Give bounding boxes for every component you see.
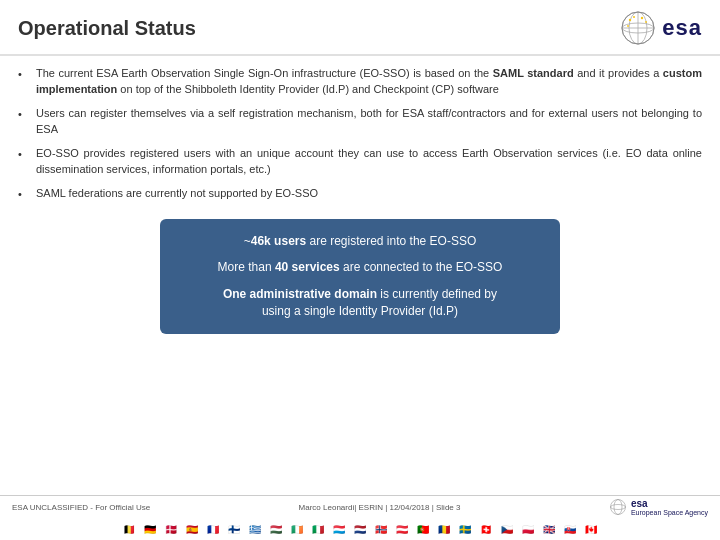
header: Operational Status esa bbox=[0, 0, 720, 56]
flag-item: 🇳🇴 bbox=[372, 523, 390, 535]
svg-point-9 bbox=[645, 21, 647, 23]
esa-logo: esa bbox=[620, 10, 702, 46]
info-domain-bold: One administrative domain bbox=[223, 287, 377, 301]
author-info: Marco Leonardi| ESRIN | 12/04/2018 | Sli… bbox=[299, 503, 461, 512]
flag-item: 🇨🇦 bbox=[582, 523, 600, 535]
flag-item: 🇫🇮 bbox=[225, 523, 243, 535]
flag-item: 🇩🇪 bbox=[141, 523, 159, 535]
classification-label: ESA UNCLASSIFIED - For Official Use bbox=[12, 503, 150, 512]
flag-item: 🇷🇴 bbox=[435, 523, 453, 535]
info-line-2: More than 40 services are connected to t… bbox=[190, 259, 530, 276]
svg-point-13 bbox=[610, 505, 625, 510]
footer: ESA UNCLASSIFIED - For Official Use Marc… bbox=[0, 495, 720, 540]
flag-item: 🇧🇪 bbox=[120, 523, 138, 535]
bullet-icon-4: • bbox=[18, 187, 32, 203]
flag-item: 🇮🇹 bbox=[309, 523, 327, 535]
esa-globe-icon bbox=[620, 10, 656, 46]
bullet-icon-2: • bbox=[18, 107, 32, 123]
bullet-text-2: Users can register themselves via a self… bbox=[36, 106, 702, 138]
footer-text-row: ESA UNCLASSIFIED - For Official Use Marc… bbox=[0, 496, 720, 518]
flag-item: 🇦🇹 bbox=[393, 523, 411, 535]
flag-item: 🇸🇪 bbox=[456, 523, 474, 535]
flag-item: 🇩🇰 bbox=[162, 523, 180, 535]
bullet-text-1: The current ESA Earth Observation Single… bbox=[36, 66, 702, 98]
flag-item: 🇫🇷 bbox=[204, 523, 222, 535]
info-line-3: One administrative domain is currently d… bbox=[190, 286, 530, 320]
svg-point-12 bbox=[614, 500, 622, 515]
svg-point-8 bbox=[641, 17, 643, 19]
esa-wordmark: esa bbox=[662, 15, 702, 41]
flag-item: 🇨🇭 bbox=[477, 523, 495, 535]
info-line-1: ~46k users are registered into the EO-SS… bbox=[190, 233, 530, 250]
bullet-item-3: • EO-SSO provides registered users with … bbox=[18, 146, 702, 178]
footer-esa-wordmark: esa bbox=[631, 498, 708, 509]
flag-item: 🇳🇱 bbox=[351, 523, 369, 535]
flag-item: 🇱🇺 bbox=[330, 523, 348, 535]
saml-bold: SAML standard bbox=[493, 67, 574, 79]
flags-row: 🇧🇪🇩🇪🇩🇰🇪🇸🇫🇷🇫🇮🇬🇷🇭🇺🇮🇪🇮🇹🇱🇺🇳🇱🇳🇴🇦🇹🇵🇹🇷🇴🇸🇪🇨🇭🇨🇿🇵🇱… bbox=[0, 518, 720, 540]
page-title: Operational Status bbox=[18, 17, 196, 40]
flag-item: 🇮🇪 bbox=[288, 523, 306, 535]
footer-esa-text: esa European Space Agency bbox=[631, 498, 708, 516]
flag-item: 🇸🇰 bbox=[561, 523, 579, 535]
custom-impl-bold: custom implementation bbox=[36, 67, 702, 95]
content-area: • The current ESA Earth Observation Sing… bbox=[0, 56, 720, 495]
flag-item: 🇬🇧 bbox=[540, 523, 558, 535]
flag-item: 🇵🇹 bbox=[414, 523, 432, 535]
svg-point-11 bbox=[610, 500, 625, 515]
svg-point-10 bbox=[627, 25, 629, 27]
info-box: ~46k users are registered into the EO-SS… bbox=[160, 219, 560, 334]
flag-item: 🇭🇺 bbox=[267, 523, 285, 535]
svg-point-7 bbox=[633, 16, 635, 18]
flag-item: 🇬🇷 bbox=[246, 523, 264, 535]
bullet-item-1: • The current ESA Earth Observation Sing… bbox=[18, 66, 702, 98]
info-users-bold: 46k users bbox=[251, 234, 306, 248]
bullet-item-2: • Users can register themselves via a se… bbox=[18, 106, 702, 138]
footer-agency-name: European Space Agency bbox=[631, 509, 708, 516]
info-services-bold: 40 services bbox=[275, 260, 340, 274]
flag-item: 🇨🇿 bbox=[498, 523, 516, 535]
bullet-icon-3: • bbox=[18, 147, 32, 163]
footer-esa-logo: esa European Space Agency bbox=[609, 498, 708, 516]
bullet-text-3: EO-SSO provides registered users with an… bbox=[36, 146, 702, 178]
flag-item: 🇪🇸 bbox=[183, 523, 201, 535]
flag-item: 🇵🇱 bbox=[519, 523, 537, 535]
bullet-item-4: • SAML federations are currently not sup… bbox=[18, 186, 702, 203]
slide: Operational Status esa • bbox=[0, 0, 720, 540]
footer-globe-icon bbox=[609, 498, 627, 516]
bullet-text-4: SAML federations are currently not suppo… bbox=[36, 186, 318, 202]
bullet-icon-1: • bbox=[18, 67, 32, 83]
svg-point-6 bbox=[629, 19, 631, 21]
